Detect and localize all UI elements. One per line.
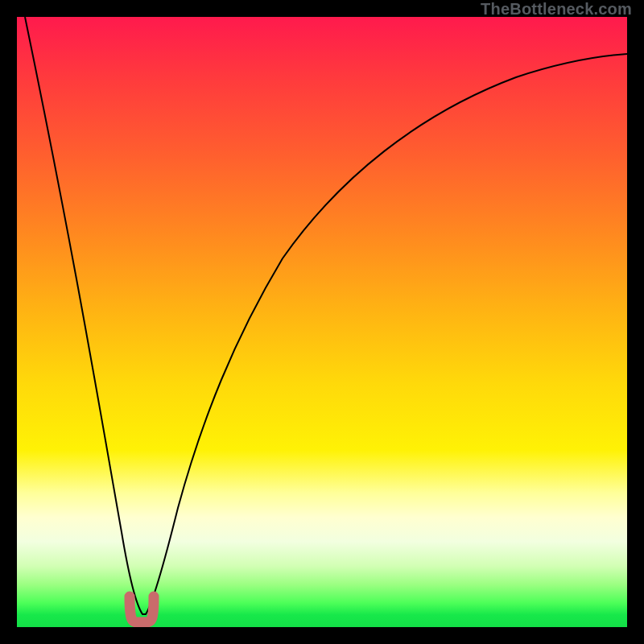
u-marker [130,597,154,622]
chart-svg [17,17,627,627]
chart-frame [17,17,627,627]
bottleneck-curve [25,17,627,614]
watermark-text: TheBottleneck.com [481,0,632,19]
